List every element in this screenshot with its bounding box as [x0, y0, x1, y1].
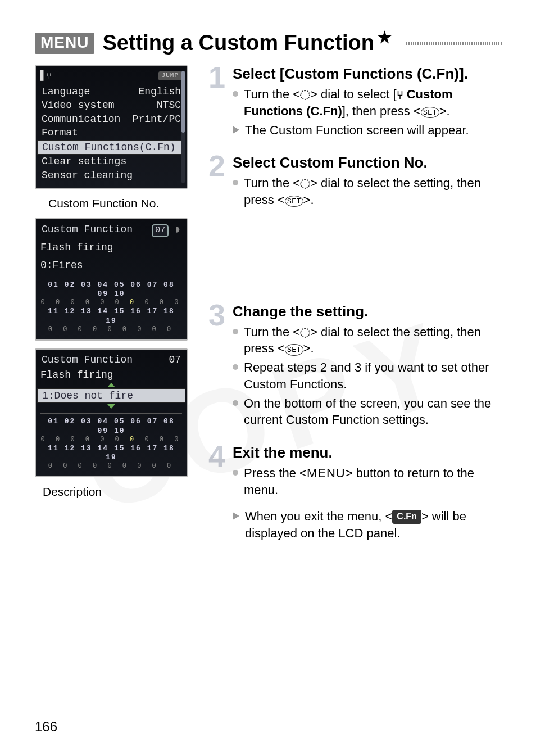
- menu-row: CommunicationPrint/PC: [40, 112, 182, 126]
- cf-matrix-bottom: 11 12 13 14 15 16 17 18 19: [40, 307, 182, 325]
- bullet-dot-icon: [233, 91, 238, 97]
- menu-row: LanguageEnglish: [40, 85, 182, 99]
- text: Turn the <: [244, 87, 300, 101]
- page-heading: MENU Setting a Custom Function ★: [35, 31, 503, 55]
- cf-matrix-zeros2: 0 0 0 0 0 0 0 0 0: [40, 462, 182, 470]
- menu-row-selected: Custom Functions(C.Fn): [37, 140, 185, 155]
- scrollbar: [181, 71, 185, 183]
- set-icon: SET: [421, 107, 439, 118]
- step-4-bullet-1: Press the <MENU> button to return to the…: [233, 465, 503, 498]
- step-4-title: Exit the menu.: [233, 444, 503, 461]
- lcd-cf-screenshot-1: Custom Function 07 ◗ Flash firing 0:Fire…: [35, 218, 188, 341]
- cf-name: Flash firing: [40, 241, 182, 254]
- bullet-dot-icon: [233, 364, 238, 370]
- bullet-dot-icon: [233, 329, 238, 334]
- step-1: 1 Select [Custom Functions (C.Fn)]. Turn…: [207, 65, 503, 141]
- result-triangle-icon: [233, 512, 239, 520]
- bullet-dot-icon: [233, 400, 238, 406]
- cf-number: 07: [169, 354, 181, 366]
- step-3: 3 Change the setting. Turn the <> dial t…: [207, 303, 503, 431]
- page-number: 166: [35, 719, 57, 735]
- menu-row: Video systemNTSC: [40, 98, 182, 112]
- arrow-up-icon: [107, 383, 115, 387]
- text: Repeat steps 2 and 3 if you want to set …: [244, 359, 503, 392]
- caption-cfno: Custom Function No.: [48, 197, 193, 210]
- lcd-menu-screenshot: ▌⑂ JUMP LanguageEnglish Video systemNTSC…: [35, 65, 188, 189]
- cf-number-badge: 07: [152, 224, 169, 237]
- cf-value: 0:Fires: [40, 259, 182, 272]
- cf-matrix-zeros1: 0 0 0 0 0 0 0 0 0 0: [40, 436, 182, 444]
- text: >.: [303, 193, 314, 207]
- step-1-title: Select [Custom Functions (C.Fn)].: [233, 65, 503, 83]
- menu-label: Video system: [42, 99, 115, 112]
- caption-description: Description: [43, 485, 193, 499]
- step-1-bullet-1: Turn the <> dial to select [⑂ Custom Fun…: [233, 86, 503, 120]
- menu-row: Clear settings: [40, 155, 182, 169]
- text: Turn the <: [244, 176, 300, 190]
- dial-icon: [300, 179, 310, 189]
- step-2-bullet-1: Turn the <> dial to select the setting, …: [233, 175, 503, 208]
- text: On the bottom of the screen, you can see…: [244, 395, 503, 428]
- menu-label: Communication: [42, 113, 120, 126]
- step-number-2: 2: [207, 154, 227, 210]
- text: Press the <: [244, 466, 307, 480]
- menu-label: Language: [42, 85, 90, 98]
- step-1-bullet-2: The Custom Function screen will appear.: [233, 122, 503, 139]
- step-3-title: Change the setting.: [233, 303, 503, 320]
- text: ], then press <: [342, 104, 421, 118]
- cf-title: Custom Function: [42, 223, 133, 237]
- cf-value: 1:Does not fire: [42, 390, 133, 402]
- menu-row: Format: [40, 126, 182, 140]
- cf-matrix: 01 02 03 04 05 06 07 08 09 10 0 0 0 0 0 …: [40, 413, 182, 470]
- menu-label: Custom Functions(C.Fn): [42, 141, 176, 154]
- set-icon: SET: [285, 344, 303, 355]
- menu-value: English: [138, 85, 181, 98]
- menu-badge: MENU: [35, 33, 94, 54]
- menu-value: Print/PC: [133, 113, 181, 126]
- menu-value: NTSC: [157, 99, 181, 112]
- text: > dial to select [: [310, 87, 396, 101]
- step-2: 2 Select Custom Function No. Turn the <>…: [207, 154, 503, 210]
- step-number-1: 1: [207, 65, 227, 141]
- bullet-dot-icon: [233, 470, 238, 476]
- cf-value-selected: 1:Does not fire: [37, 388, 185, 404]
- cfn-badge: C.Fn: [392, 510, 421, 524]
- lcd-cf-screenshot-2: Custom Function 07 Flash firing 1:Does n…: [35, 348, 188, 478]
- text: >.: [303, 341, 314, 355]
- step-4-bullet-2: When you exit the menu, <C.Fn> will be d…: [233, 508, 503, 541]
- set-icon: SET: [285, 196, 303, 207]
- cf-matrix-bottom: 11 12 13 14 15 16 17 18 19: [40, 444, 182, 463]
- step-3-bullet-3: On the bottom of the screen, you can see…: [233, 395, 503, 428]
- dial-icon: [300, 90, 310, 100]
- cf-matrix-zeros2: 0 0 0 0 0 0 0 0 0: [40, 325, 182, 334]
- page-title-text: Setting a Custom Function: [102, 31, 374, 55]
- step-3-bullet-1: Turn the <> dial to select the setting, …: [233, 324, 503, 357]
- result-triangle-icon: [233, 126, 239, 134]
- step-4: 4 Exit the menu. Press the <MENU> button…: [207, 444, 503, 544]
- menu-label: Format: [42, 126, 78, 139]
- menu-button-label: MENU: [307, 466, 346, 480]
- text: When you exit the menu, <: [245, 509, 392, 523]
- page-title: Setting a Custom Function ★: [102, 31, 391, 55]
- menu-label: Clear settings: [42, 155, 126, 168]
- cf-matrix-top: 01 02 03 04 05 06 07 08 09 10: [40, 280, 182, 299]
- star-icon: ★: [378, 30, 392, 46]
- cf-matrix: 01 02 03 04 05 06 07 08 09 10 0 0 0 0 0 …: [40, 277, 182, 334]
- menu-row: Sensor cleaning: [40, 169, 182, 183]
- dial-icon: [300, 328, 310, 338]
- tools-tab-icon: ▌⑂: [40, 70, 51, 83]
- cf-name: Flash firing: [40, 369, 182, 382]
- cf-matrix-top: 01 02 03 04 05 06 07 08 09 10: [40, 417, 182, 436]
- step-2-title: Select Custom Function No.: [233, 154, 503, 171]
- step-3-bullet-2: Repeat steps 2 and 3 if you want to set …: [233, 359, 503, 392]
- text: The Custom Function screen will appear.: [245, 122, 469, 139]
- arrow-down-icon: [107, 404, 115, 409]
- step-number-4: 4: [207, 444, 227, 544]
- dial-indicator-icon: ◗: [175, 224, 181, 235]
- title-rule: [406, 42, 503, 45]
- step-number-3: 3: [207, 303, 227, 431]
- cf-title: Custom Function: [42, 354, 133, 366]
- text: >.: [439, 104, 450, 118]
- bullet-dot-icon: [233, 180, 238, 185]
- text: Turn the <: [244, 325, 300, 339]
